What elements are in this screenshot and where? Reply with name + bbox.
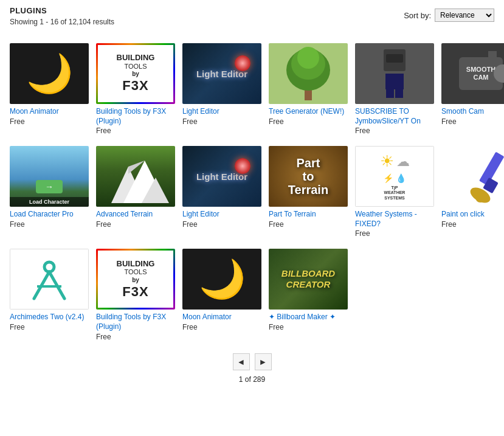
plugin-price-paint-click: Free <box>441 220 457 229</box>
plugin-thumbnail-subscribe <box>355 43 434 104</box>
plugin-card-part-terrain[interactable]: ParttoTerrain Part To TerrainFree <box>269 146 348 238</box>
plugin-card-building-tools-f3x-1[interactable]: BUILDING TOOLS by F3X Building Tools by … <box>96 43 175 135</box>
plugin-thumbnail-building-tools-f3x-1: BUILDING TOOLS by F3X <box>96 43 175 104</box>
plugin-name-load-character[interactable]: Load Character Pro <box>10 210 74 220</box>
plugin-name-moon-animator[interactable]: Moon Animator <box>10 107 59 117</box>
plugin-card-paint-click[interactable]: Paint on clickFree <box>441 146 504 238</box>
plugin-name-paint-click[interactable]: Paint on click <box>441 210 485 220</box>
plugin-thumbnail-tree-generator <box>269 43 348 104</box>
plugin-thumbnail-adv-terrain <box>96 146 175 207</box>
plugin-thumbnail-light-editor-1: Light Editor <box>182 43 261 104</box>
plugin-card-tree-generator[interactable]: Tree Generator (NEW!)Free <box>269 43 348 135</box>
plugin-card-moon-animator-2[interactable]: 🌙 Moon AnimatorFree <box>182 249 261 341</box>
plugin-card-building-tools-f3x-2[interactable]: BUILDING TOOLS by F3X Building Tools by … <box>96 249 175 341</box>
plugin-price-building-tools-f3x-2: Free <box>96 333 111 341</box>
plugin-card-adv-terrain[interactable]: Advanced TerrainFree <box>96 146 175 238</box>
plugin-name-adv-terrain[interactable]: Advanced Terrain <box>96 210 153 220</box>
plugin-name-building-tools-f3x-2[interactable]: Building Tools by F3X (Plugin) <box>96 313 175 331</box>
plugin-name-moon-animator-2[interactable]: Moon Animator <box>182 313 232 322</box>
plugin-card-smooth-cam[interactable]: SMOOTHCAM Smooth CamFree <box>441 43 504 135</box>
plugins-grid: 🌙 Moon AnimatorFree BUILDING TOOLS by F3… <box>10 43 494 341</box>
plugin-price-weather-systems: Free <box>355 229 370 238</box>
plugin-price-building-tools-f3x-1: Free <box>96 126 111 135</box>
sort-select[interactable]: RelevanceRatingNameMost Recent <box>435 9 494 22</box>
svg-point-3 <box>297 47 319 69</box>
plugin-price-load-character: Free <box>10 220 25 229</box>
sort-label: Sort by: <box>404 11 431 20</box>
plugin-name-weather-systems[interactable]: Weather Systems - FIXED? <box>355 210 434 229</box>
plugin-price-adv-terrain: Free <box>96 220 111 229</box>
plugin-card-weather-systems[interactable]: ☀ ☁ ⚡ 💧 TjPWEATHERSYSTEMS Weather System… <box>355 146 434 238</box>
plugin-price-billboard: Free <box>269 323 284 331</box>
page-header: PLUGINS Showing 1 - 16 of 12,104 results… <box>10 6 494 35</box>
plugin-price-light-editor-2: Free <box>182 220 198 229</box>
plugin-thumbnail-weather-systems: ☀ ☁ ⚡ 💧 TjPWEATHERSYSTEMS <box>355 146 434 207</box>
plugin-card-light-editor-1[interactable]: Light Editor Light EditorFree <box>182 43 261 135</box>
plugin-card-light-editor-2[interactable]: Light Editor Light EditorFree <box>182 146 261 238</box>
plugin-thumbnail-archimedes <box>10 249 89 310</box>
plugin-price-archimedes: Free <box>10 323 25 331</box>
plugin-name-subscribe[interactable]: SUBSCRIBE TO JymbowSlice/YT On <box>355 107 434 126</box>
plugin-name-archimedes[interactable]: Archimedes Two (v2.4) <box>10 313 85 322</box>
plugin-name-smooth-cam[interactable]: Smooth Cam <box>441 107 484 117</box>
plugin-name-part-terrain[interactable]: Part To Terrain <box>269 210 316 220</box>
plugin-thumbnail-building-tools-f3x-2: BUILDING TOOLS by F3X <box>96 249 175 310</box>
plugin-name-billboard[interactable]: ✦ Billboard Maker ✦ <box>269 313 336 322</box>
plugin-card-archimedes[interactable]: Archimedes Two (v2.4)Free <box>10 249 89 341</box>
plugin-card-load-character[interactable]: → Load Character Load Character ProFree <box>10 146 89 238</box>
plugin-name-tree-generator[interactable]: Tree Generator (NEW!) <box>269 107 344 117</box>
plugin-name-building-tools-f3x-1[interactable]: Building Tools by F3X (Plugin) <box>96 107 175 126</box>
plugin-price-subscribe: Free <box>355 126 370 135</box>
plugin-thumbnail-light-editor-2: Light Editor <box>182 146 261 207</box>
plugin-thumbnail-smooth-cam: SMOOTHCAM <box>441 43 504 104</box>
plugin-thumbnail-part-terrain: ParttoTerrain <box>269 146 348 207</box>
page-info: 1 of 289 <box>10 375 494 384</box>
sort-controls: Sort by: RelevanceRatingNameMost Recent <box>404 9 494 22</box>
plugin-price-part-terrain: Free <box>269 220 284 229</box>
plugin-price-smooth-cam: Free <box>441 117 457 126</box>
results-count: Showing 1 - 16 of 12,104 results <box>10 18 114 26</box>
svg-point-11 <box>475 193 485 202</box>
plugin-price-tree-generator: Free <box>269 117 284 126</box>
plugin-price-light-editor-1: Free <box>182 117 198 126</box>
plugin-card-billboard[interactable]: BILLBOARDCREATOR ✦ Billboard Maker ✦Free <box>269 249 348 341</box>
plugin-name-light-editor-1[interactable]: Light Editor <box>182 107 219 117</box>
plugin-card-subscribe[interactable]: SUBSCRIBE TO JymbowSlice/YT OnFree <box>355 43 434 135</box>
plugin-name-light-editor-2[interactable]: Light Editor <box>182 210 219 220</box>
page-title: PLUGINS <box>10 6 114 15</box>
prev-page-button[interactable]: ◄ <box>233 353 250 370</box>
plugin-card-moon-animator[interactable]: 🌙 Moon AnimatorFree <box>10 43 89 135</box>
next-page-button[interactable]: ► <box>255 353 272 370</box>
plugin-thumbnail-paint-click <box>441 146 504 207</box>
plugin-price-moon-animator-2: Free <box>182 323 198 331</box>
plugin-thumbnail-billboard: BILLBOARDCREATOR <box>269 249 348 310</box>
plugin-price-moon-animator: Free <box>10 117 25 126</box>
plugin-thumbnail-moon-animator: 🌙 <box>10 43 89 104</box>
plugin-thumbnail-load-character: → Load Character <box>10 146 89 207</box>
plugin-thumbnail-moon-animator-2: 🌙 <box>182 249 261 310</box>
